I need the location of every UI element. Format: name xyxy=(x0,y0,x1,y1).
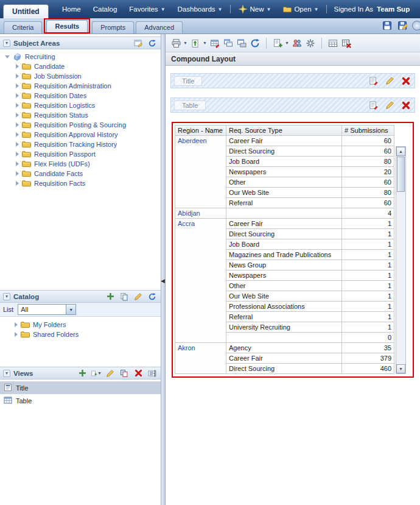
table-scrollbar[interactable]: ▲ ▼ xyxy=(396,146,406,374)
remove-column-button[interactable] xyxy=(341,38,352,49)
help-icon[interactable] xyxy=(412,21,420,30)
tab-prompts[interactable]: Prompts xyxy=(92,21,134,34)
column-header-source-type[interactable]: Req. Source Type xyxy=(226,125,342,136)
submissions-cell[interactable]: 1 xyxy=(342,302,394,312)
submissions-cell[interactable]: 1 xyxy=(342,239,394,250)
collapse-panel-icon[interactable]: ▾ xyxy=(3,40,10,47)
region-cell[interactable]: Abidjan xyxy=(175,208,226,219)
expand-icon[interactable] xyxy=(16,113,19,118)
source-type-cell[interactable]: Direct Sourcing xyxy=(226,364,342,374)
submissions-cell[interactable]: 460 xyxy=(342,364,394,374)
nav-favorites[interactable]: Favorites▼ xyxy=(123,5,171,13)
refresh-results-button[interactable] xyxy=(250,38,261,49)
view-item-title[interactable]: Title xyxy=(0,381,161,394)
scrollbar-track[interactable] xyxy=(396,192,405,364)
submissions-cell[interactable]: 1 xyxy=(342,291,394,302)
source-type-cell[interactable]: Professional Associations xyxy=(226,302,342,312)
tree-item[interactable]: Requisition Facts xyxy=(1,178,161,188)
expand-icon[interactable] xyxy=(16,152,19,157)
remove-table-view-button[interactable] xyxy=(401,100,411,111)
source-type-cell[interactable]: Our Web Site xyxy=(226,188,342,198)
catalog-list-dropdown[interactable]: All ▼ xyxy=(18,304,76,315)
edit-subject-areas-button[interactable] xyxy=(133,38,144,49)
submissions-cell[interactable]: 80 xyxy=(342,157,394,167)
submissions-cell[interactable]: 60 xyxy=(342,198,394,208)
format-container-button[interactable] xyxy=(368,100,379,111)
rename-view-button[interactable] xyxy=(147,368,158,379)
region-cell[interactable]: Accra xyxy=(175,219,226,343)
tree-item[interactable]: Candidate Facts xyxy=(1,169,161,178)
submissions-cell[interactable]: 80 xyxy=(342,188,394,198)
add-view-button[interactable] xyxy=(77,368,88,379)
tree-item[interactable]: Job Submission xyxy=(1,71,161,81)
edit-title-view-button[interactable] xyxy=(384,76,395,87)
expand-icon[interactable] xyxy=(16,64,19,69)
title-view-header[interactable]: Title xyxy=(170,73,415,88)
submissions-cell[interactable]: 60 xyxy=(342,136,394,146)
submissions-cell[interactable]: 1 xyxy=(342,322,394,333)
chevron-down-icon[interactable]: ▼ xyxy=(203,41,207,45)
source-type-cell[interactable]: Magazines and Trade Publications xyxy=(226,250,342,260)
tree-item[interactable]: Requisition Posting & Sourcing xyxy=(1,120,161,130)
source-type-cell[interactable]: Newspapers xyxy=(226,167,342,177)
tree-item[interactable]: Flex Fields (UDFs) xyxy=(1,159,161,169)
source-type-cell[interactable]: Job Board xyxy=(226,157,342,167)
tree-item[interactable]: Requisition Dates xyxy=(1,91,161,101)
export-button[interactable] xyxy=(190,38,201,49)
chevron-down-icon[interactable]: ▼ xyxy=(183,41,187,45)
source-type-cell[interactable]: Our Web Site xyxy=(226,291,342,302)
submissions-cell[interactable]: 60 xyxy=(342,177,394,188)
tree-item[interactable]: Requisition Approval History xyxy=(1,130,161,139)
delete-view-button[interactable] xyxy=(133,368,144,379)
catalog-refresh-button[interactable] xyxy=(147,291,158,302)
chevron-down-icon[interactable]: ▼ xyxy=(66,305,75,314)
source-type-cell[interactable]: Referral xyxy=(226,312,342,322)
tree-item[interactable]: Candidate xyxy=(1,62,161,71)
column-header-region[interactable]: Region - Name xyxy=(175,125,226,136)
new-view-button[interactable] xyxy=(272,38,283,49)
source-type-cell[interactable]: Other xyxy=(226,177,342,188)
column-header-submissions[interactable]: # Submissions xyxy=(342,125,394,136)
expand-icon[interactable] xyxy=(16,181,19,186)
submissions-cell[interactable]: 60 xyxy=(342,146,394,157)
submissions-cell[interactable]: 1 xyxy=(342,312,394,322)
tree-item[interactable]: Requisition Passport xyxy=(1,149,161,159)
submissions-cell[interactable]: 1 xyxy=(342,250,394,260)
source-type-cell[interactable]: Career Fair xyxy=(226,219,342,229)
new-group-button[interactable] xyxy=(292,38,303,49)
catalog-edit-button[interactable] xyxy=(133,291,144,302)
collapse-icon[interactable] xyxy=(5,55,10,58)
source-type-cell[interactable]: Referral xyxy=(226,198,342,208)
tree-item[interactable]: Requisition Tracking History xyxy=(1,139,161,149)
view-item-table[interactable]: Table xyxy=(0,394,161,407)
edit-view-button[interactable] xyxy=(105,368,116,379)
collapse-panel-icon[interactable]: ▾ xyxy=(3,293,10,300)
region-cell[interactable]: Aberdeen xyxy=(175,136,226,208)
format-container-button[interactable] xyxy=(368,76,379,87)
source-type-cell[interactable]: Agency xyxy=(226,343,342,353)
user-name[interactable]: Team Sup xyxy=(377,5,410,13)
submissions-cell[interactable]: 1 xyxy=(342,270,394,281)
source-type-cell[interactable]: Career Fair xyxy=(226,353,342,364)
collapse-pane-icon[interactable]: ◀ xyxy=(161,278,165,284)
nav-home[interactable]: Home xyxy=(56,5,87,13)
pane-splitter[interactable]: ◀ xyxy=(161,34,166,505)
source-type-cell[interactable]: University Recruiting xyxy=(226,322,342,333)
refresh-subject-areas-button[interactable] xyxy=(147,38,158,49)
submissions-cell[interactable]: 1 xyxy=(342,219,394,229)
nav-new[interactable]: New▼ xyxy=(233,5,277,13)
source-type-cell[interactable]: Other xyxy=(226,281,342,291)
expand-icon[interactable] xyxy=(16,122,19,127)
source-type-cell[interactable]: Direct Sourcing xyxy=(226,229,342,239)
save-as-button[interactable] xyxy=(397,20,408,31)
nav-open[interactable]: Open▼ xyxy=(277,5,324,13)
nav-catalog[interactable]: Catalog xyxy=(87,5,124,13)
submissions-cell[interactable]: 20 xyxy=(342,167,394,177)
expand-icon[interactable] xyxy=(15,332,18,337)
source-type-cell[interactable] xyxy=(226,333,342,343)
tree-root-recruiting[interactable]: Recruiting xyxy=(1,52,161,62)
catalog-copy-button[interactable] xyxy=(119,291,130,302)
analysis-properties-button[interactable] xyxy=(305,38,316,49)
expand-icon[interactable] xyxy=(16,93,19,98)
expand-icon[interactable] xyxy=(16,103,19,108)
